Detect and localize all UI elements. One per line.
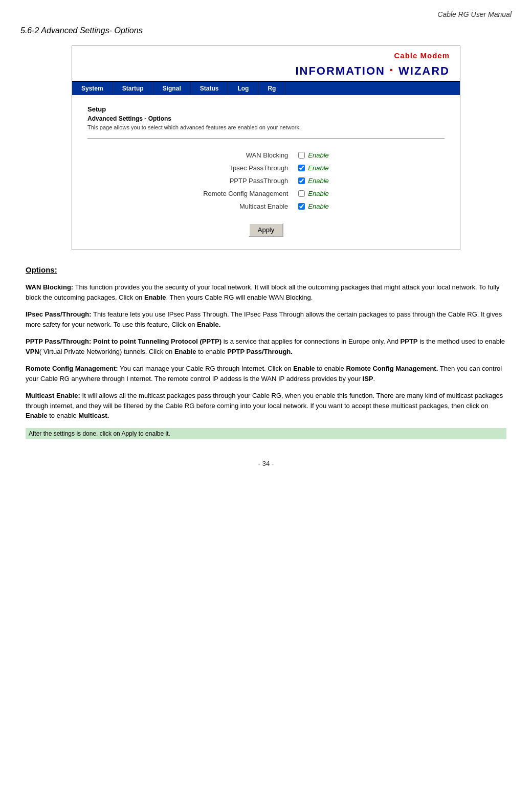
page-description: This page allows you to select which adv… — [87, 124, 445, 130]
options-heading: Options: — [26, 265, 506, 274]
wan-blocking-value: Enable — [293, 149, 334, 162]
divider — [87, 138, 445, 139]
wan-blocking-enable-text: Enable — [308, 151, 328, 159]
tagline-right: WIZARD — [398, 64, 450, 77]
cm-nav: System Startup Signal Status Log Rg — [72, 82, 460, 95]
cm-content: Setup Advanced Settings - Options This p… — [72, 95, 460, 250]
table-row: Ipsec PassThrough Enable — [198, 162, 334, 174]
multicast-value: Enable — [293, 200, 334, 213]
tagline-dot: · — [389, 62, 394, 78]
ipsec-desc: IPsec Pass/Through: This feature lets yo… — [26, 309, 506, 329]
multicast-opt-name: Multicast Enable: — [26, 392, 80, 399]
multicast-opt-text: It will allows all the multicast package… — [26, 392, 503, 419]
pptp-opt-text: Point to point Tunneling Protocol (PPTP)… — [26, 338, 505, 355]
options-section: Options: WAN Blocking: This function pro… — [20, 265, 512, 439]
ipsec-label: Ipsec PassThrough — [198, 162, 293, 174]
apply-row: Apply — [198, 213, 334, 239]
table-row: WAN Blocking Enable — [198, 149, 334, 162]
section-heading-italic: Options — [112, 26, 143, 35]
remote-config-value: Enable — [293, 187, 334, 200]
pptp-enable-text: Enable — [308, 177, 328, 185]
ipsec-opt-name: IPsec Pass/Through: — [26, 310, 92, 318]
cm-tagline: INFORMATION · WIZARD — [295, 62, 450, 78]
final-note: After the settings is done, click on App… — [26, 428, 506, 439]
table-row: Multicast Enable Enable — [198, 200, 334, 213]
ipsec-checkbox[interactable] — [298, 165, 305, 171]
nav-status[interactable]: Status — [191, 82, 229, 95]
nav-rg[interactable]: Rg — [258, 82, 285, 95]
pptp-desc: PPTP Pass/Through: Point to point Tunnel… — [26, 336, 506, 356]
nav-startup[interactable]: Startup — [113, 82, 153, 95]
setup-label: Setup — [87, 105, 445, 113]
apply-button[interactable]: Apply — [249, 223, 284, 237]
pptp-label: PPTP PassThrough — [198, 174, 293, 187]
page-footer: - 34 - — [20, 460, 512, 467]
remote-config-checkbox[interactable] — [298, 190, 305, 197]
table-row: PPTP PassThrough Enable — [198, 174, 334, 187]
section-title: 5.6-2 Advanced Settings- Options — [20, 26, 512, 35]
remote-config-opt-name: Romote Config Management: — [26, 365, 118, 372]
cm-header: Cable Modem INFORMATION · WIZARD — [72, 46, 460, 82]
wan-blocking-desc: WAN Blocking: This function provides you… — [26, 282, 506, 302]
wan-blocking-checkbox[interactable] — [298, 152, 305, 159]
cable-modem-ui-box: Cable Modem INFORMATION · WIZARD System … — [72, 46, 460, 250]
ipsec-enable-text: Enable — [308, 164, 328, 172]
footer-page-number: - 34 - — [258, 460, 274, 467]
wan-blocking-label: WAN Blocking — [198, 149, 293, 162]
table-row: Remote Config Management Enable — [198, 187, 334, 200]
wan-blocking-opt-text: This function provides you the security … — [26, 283, 500, 301]
nav-signal[interactable]: Signal — [153, 82, 191, 95]
multicast-checkbox[interactable] — [298, 203, 305, 210]
nav-system[interactable]: System — [72, 82, 113, 95]
cm-logo-area: Cable Modem INFORMATION · WIZARD — [82, 51, 450, 78]
remote-config-enable-text: Enable — [308, 190, 328, 197]
pptp-value: Enable — [293, 174, 334, 187]
manual-title: Cable RG User Manual — [437, 10, 512, 18]
breadcrumb: Advanced Settings - Options — [87, 115, 445, 122]
multicast-label: Multicast Enable — [198, 200, 293, 213]
cm-brand: Cable Modem — [394, 51, 450, 60]
multicast-desc: Multicast Enable: It will allows all the… — [26, 391, 506, 421]
remote-config-label: Remote Config Management — [198, 187, 293, 200]
remote-config-desc: Romote Config Management: You can manage… — [26, 364, 506, 384]
pptp-checkbox[interactable] — [298, 177, 305, 184]
wan-blocking-opt-name: WAN Blocking: — [26, 283, 73, 291]
page-header: Cable RG User Manual — [20, 10, 512, 21]
settings-table: WAN Blocking Enable Ipsec PassThrough — [198, 149, 334, 239]
multicast-enable-text: Enable — [308, 203, 328, 210]
nav-log[interactable]: Log — [228, 82, 258, 95]
pptp-opt-name: PPTP Pass/Through: — [26, 338, 91, 345]
ipsec-opt-text: This feature lets you use IPsec Pass Thr… — [26, 310, 502, 328]
ipsec-value: Enable — [293, 162, 334, 174]
tagline-left: INFORMATION — [295, 64, 385, 77]
section-heading-text: 5.6-2 Advanced Settings- — [20, 26, 112, 35]
